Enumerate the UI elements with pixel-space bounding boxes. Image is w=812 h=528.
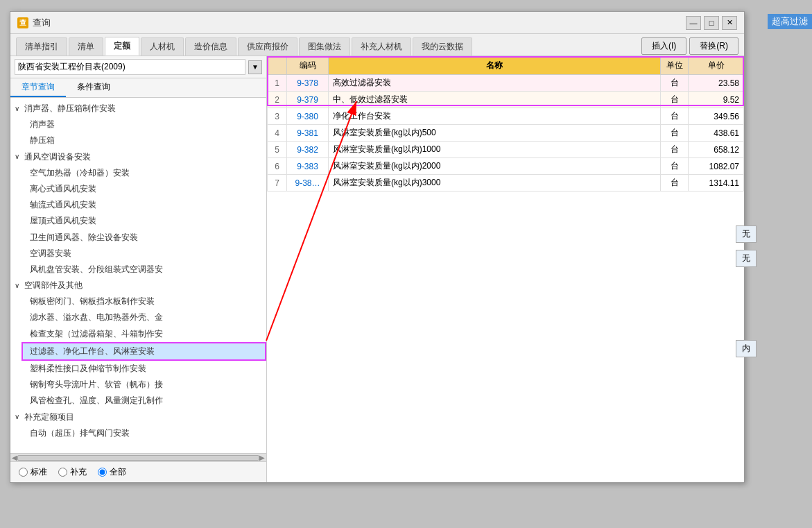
- tab-qingdanzhizhen[interactable]: 清单指引: [16, 37, 67, 56]
- table-scroll-area[interactable]: 编码 名称 单位 单价 1 9-378 高效过滤器安装 台 23.58 2 9-…: [267, 56, 744, 482]
- tab-bar: 清单指引 清单 定额 人材机 造价信息 供应商报价 图集做法 补充人材机 我的云…: [10, 34, 744, 56]
- tree-group-tongfengkongdiao: ∨ 通风空调设备安装 空气加热器（冷却器）安装 离心式通风机安装 轴流式通风机安…: [10, 149, 266, 278]
- tree-item-zhoulie[interactable]: 轴流式通风机安装: [21, 197, 266, 213]
- table-row[interactable]: 2 9-379 中、低效过滤器安装 台 9.52: [268, 92, 744, 108]
- cell-unit: 台: [661, 75, 689, 92]
- tree-group-label-buchong[interactable]: ∨ 补充定额项目: [10, 409, 266, 425]
- tree-children-buchong: 自动（超压）排气阀门安装: [21, 425, 266, 441]
- title-bar: 查 查询 — □ ✕: [10, 12, 744, 34]
- tab-qingdan[interactable]: 清单: [69, 37, 103, 56]
- right-panel: 编码 名称 单位 单价 1 9-378 高效过滤器安装 台 23.58 2 9-…: [267, 56, 744, 482]
- cell-num: 2: [268, 92, 287, 108]
- col-header-unit: 单位: [661, 57, 689, 75]
- cell-num: 3: [268, 108, 287, 125]
- cell-num: 5: [268, 142, 287, 158]
- tree-item-lvshui[interactable]: 滤水器、溢水盘、电加热器外壳、金: [21, 309, 266, 325]
- tree-group-kongdiaobujian: ∨ 空调部件及其他 钢板密闭门、钢板挡水板制作安装 滤水器、溢水盘、电加热器外壳…: [10, 278, 266, 409]
- cell-name: 风淋室安装质量(kg以内)3000: [329, 175, 661, 191]
- minimize-button[interactable]: —: [686, 16, 701, 30]
- search-tabs: 章节查询 条件查询: [10, 78, 266, 98]
- tree-item-jianchasupport[interactable]: 检查支架（过滤器箱架、斗箱制作安: [21, 326, 266, 342]
- left-panel: 陕西省安装工程价目表(2009) ▼ 章节查询 条件查询 ∨ 消声器、静压箱制作…: [10, 56, 267, 482]
- tree-item-guolvqi[interactable]: 过滤器、净化工作台、风淋室安装: [21, 342, 266, 361]
- table-row[interactable]: 1 9-378 高效过滤器安装 台 23.58: [268, 75, 744, 92]
- tab-tucemoufa[interactable]: 图集做法: [299, 37, 350, 56]
- dialog-title: 查询: [33, 17, 686, 29]
- cell-num: 1: [268, 75, 287, 92]
- tree-group-text-2: 通风空调设备安装: [24, 151, 91, 164]
- col-header-code: 编码: [287, 57, 329, 75]
- tree-group-label-kongdiaobujian[interactable]: ∨ 空调部件及其他: [10, 278, 266, 293]
- tab-rencaiji[interactable]: 人材机: [141, 37, 184, 56]
- tree-item-zidong[interactable]: 自动（超压）排气阀门安装: [21, 425, 266, 441]
- radio-all[interactable]: 全部: [98, 466, 126, 478]
- tree-item-weishengjian[interactable]: 卫生间通风器、除尘设备安装: [21, 230, 266, 246]
- collapse-arrow-icon-3: ∨: [15, 280, 23, 291]
- tree-container[interactable]: ∨ 消声器、静压箱制作安装 消声器 静压箱 ∨ 通风空调设备安装 空: [10, 98, 266, 453]
- radio-all-input[interactable]: [98, 468, 107, 477]
- tree-group-label-xiaoshengqi[interactable]: ∨ 消声器、静压箱制作安装: [10, 101, 266, 117]
- replace-button[interactable]: 替换(R): [689, 37, 738, 55]
- radio-standard-label: 标准: [31, 466, 47, 478]
- collapse-arrow-icon-2: ∨: [15, 151, 23, 162]
- side-label-1: 无: [736, 225, 757, 243]
- cell-code: 9-379: [287, 92, 329, 108]
- tree-children-xiaoshengqi: 消声器 静压箱: [21, 117, 266, 148]
- table-row[interactable]: 5 9-382 风淋室安装质量(kg以内)1000 台 658.12: [268, 142, 744, 158]
- cell-name: 风淋室安装质量(kg以内)2000: [329, 158, 661, 175]
- cell-price: 23.58: [689, 75, 744, 92]
- col-header-name: 名称: [329, 57, 661, 75]
- side-label-2: 无: [736, 250, 757, 267]
- side-label-3: 内: [736, 340, 757, 357]
- main-dialog: 查 查询 — □ ✕ 清单指引 清单 定额 人材机 造价信息 供应商报价 图集做…: [10, 11, 745, 483]
- table-row[interactable]: 4 9-381 风淋室安装质量(kg以内)500 台 438.61: [268, 125, 744, 142]
- tree-item-wuding[interactable]: 屋顶式通风机安装: [21, 213, 266, 229]
- maximize-button[interactable]: □: [704, 16, 719, 30]
- cell-price: 1314.11: [689, 175, 744, 191]
- tree-item-suliao[interactable]: 塑料柔性接口及伸缩节制作安装: [21, 361, 266, 377]
- tree-item-gangzhi[interactable]: 钢制弯头导流叶片、软管（帆布）接: [21, 377, 266, 393]
- table-row[interactable]: 7 9-38… 风淋室安装质量(kg以内)3000 台 1314.11: [268, 175, 744, 191]
- tree-item-lixin[interactable]: 离心式通风机安装: [21, 181, 266, 197]
- tree-group-label-tongfengkongdiao[interactable]: ∨ 通风空调设备安装: [10, 149, 266, 165]
- cell-num: 4: [268, 125, 287, 142]
- data-table: 编码 名称 单位 单价 1 9-378 高效过滤器安装 台 23.58 2 9-…: [267, 56, 744, 191]
- insert-button[interactable]: 插入(I): [641, 37, 686, 55]
- horizontal-scrollbar[interactable]: ◀ ▶: [10, 453, 266, 461]
- radio-standard[interactable]: 标准: [19, 466, 47, 478]
- close-button[interactable]: ✕: [722, 16, 737, 30]
- tree-item-xiaoshengqi[interactable]: 消声器: [21, 117, 266, 133]
- tree-item-fengguan[interactable]: 风管检查孔、温度、风量测定孔制作: [21, 393, 266, 409]
- radio-all-label: 全部: [110, 466, 126, 478]
- radio-supplement-input[interactable]: [58, 468, 67, 477]
- tab-dinge[interactable]: 定额: [105, 37, 139, 56]
- radio-standard-input[interactable]: [19, 468, 28, 477]
- tab-buchongrencaiji[interactable]: 补充人材机: [352, 37, 411, 56]
- dropdown-arrow-icon[interactable]: ▼: [248, 60, 262, 74]
- cell-num: 6: [268, 158, 287, 175]
- tab-woyundeshuju[interactable]: 我的云数据: [413, 37, 472, 56]
- tree-item-fengji[interactable]: 风机盘管安装、分段组装式空调器安: [21, 262, 266, 278]
- cell-price: 438.61: [689, 125, 744, 142]
- table-row[interactable]: 3 9-380 净化工作台安装 台 349.56: [268, 108, 744, 125]
- tree-group-text-4: 补充定额项目: [24, 411, 74, 424]
- radio-supplement[interactable]: 补充: [58, 466, 87, 478]
- tab-gongyingshanbaojia[interactable]: 供应商报价: [238, 37, 297, 56]
- condition-search-tab[interactable]: 条件查询: [66, 78, 121, 97]
- tab-zaojiaxinxi[interactable]: 造价信息: [185, 37, 236, 56]
- cell-name: 净化工作台安装: [329, 108, 661, 125]
- table-row[interactable]: 6 9-383 风淋室安装质量(kg以内)2000 台 1082.07: [268, 158, 744, 175]
- region-dropdown[interactable]: 陕西省安装工程价目表(2009): [15, 59, 245, 75]
- tree-item-kongjia[interactable]: 空气加热器（冷却器）安装: [21, 165, 266, 181]
- cell-name: 风淋室安装质量(kg以内)1000: [329, 142, 661, 158]
- tree-group-text-3: 空调部件及其他: [24, 279, 83, 292]
- tree-item-jingyaxiang[interactable]: 静压箱: [21, 133, 266, 148]
- chapter-search-tab[interactable]: 章节查询: [10, 78, 66, 97]
- tree-item-kongdiao[interactable]: 空调器安装: [21, 246, 266, 262]
- app-icon: 查: [17, 17, 28, 28]
- tree-item-gangban[interactable]: 钢板密闭门、钢板挡水板制作安装: [21, 293, 266, 309]
- tree-children-tongfeng: 空气加热器（冷却器）安装 离心式通风机安装 轴流式通风机安装 屋顶式通风机安装 …: [21, 165, 266, 278]
- cell-unit: 台: [661, 125, 689, 142]
- cell-name: 中、低效过滤器安装: [329, 92, 661, 108]
- cell-unit: 台: [661, 142, 689, 158]
